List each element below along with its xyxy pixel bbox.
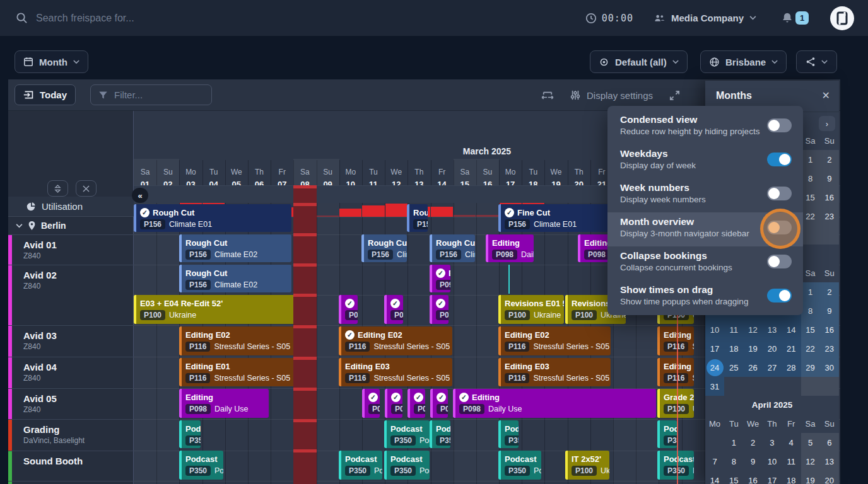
booking[interactable]: Grade 2P100Ukraine (657, 389, 694, 418)
mini-day-cell[interactable]: 2 (820, 150, 839, 169)
resource-row[interactable]: Sound Booth (8, 451, 134, 481)
mini-day-cell[interactable]: 20 (820, 471, 839, 484)
user-avatar[interactable] (830, 6, 854, 30)
booking[interactable]: ✓EditingP098Daily Use (384, 295, 403, 324)
mini-day-cell[interactable]: 16 (744, 471, 763, 484)
view-mode-dropdown[interactable]: Month (15, 50, 88, 73)
booking[interactable]: Editing E02P116Stressful Series - S05 (498, 326, 611, 355)
mini-day-cell[interactable]: 1 (724, 433, 743, 452)
mini-day-cell[interactable]: 16 (820, 320, 839, 339)
schedule-filter-dropdown[interactable]: Default (all) (590, 50, 688, 73)
booking[interactable]: Rough CutP156Climate E02 (361, 234, 407, 262)
mini-day-cell[interactable]: 13 (763, 320, 782, 339)
setting-toggle[interactable] (767, 255, 792, 268)
booking[interactable]: ✓EditingP098Daily Use (430, 265, 450, 292)
booking[interactable]: PodcastP350Podcast (430, 420, 450, 448)
setting-toggle[interactable] (767, 187, 792, 200)
mini-day-cell[interactable]: 1 (801, 150, 820, 169)
mini-day-cell[interactable]: 23 (820, 339, 839, 358)
mini-day-cell[interactable]: 9 (820, 301, 839, 320)
mini-day-cell[interactable]: 27 (763, 358, 782, 377)
mini-day-cell[interactable]: 25 (724, 358, 743, 377)
mini-day-cell[interactable]: 13 (820, 452, 839, 471)
mini-day-cell[interactable]: 31 (705, 377, 724, 396)
booking[interactable]: ✓EditingP098Daily Use (362, 389, 380, 418)
booking[interactable]: ✓EditingP098Daily Use (453, 389, 656, 418)
resource-row[interactable]: Avid 01Z840 (8, 234, 134, 265)
mini-day-cell[interactable]: 12 (744, 320, 763, 339)
mini-day-cell[interactable]: 6 (820, 433, 839, 452)
booking[interactable]: Revisions E01 52'P100Ukraine (498, 295, 564, 324)
booking[interactable]: PodcastP350Podcast (657, 451, 694, 480)
mini-day-cell[interactable]: 16 (820, 188, 839, 207)
mini-day-cell[interactable]: 18 (782, 471, 801, 484)
mini-day-cell[interactable]: 17 (705, 339, 724, 358)
resource-row[interactable]: Avid 04Z840 (8, 357, 134, 388)
setting-toggle[interactable] (767, 289, 792, 302)
mini-day-cell[interactable]: 26 (744, 358, 763, 377)
mini-day-cell[interactable]: 8 (801, 169, 820, 188)
mini-day-cell[interactable]: 22 (801, 207, 820, 226)
booking[interactable]: EditingP098Daily Use (578, 234, 612, 262)
share-dropdown[interactable] (796, 50, 837, 73)
resource-row[interactable]: Avid 02Z840 (8, 265, 134, 325)
booking[interactable]: PodcastP350Podcast (384, 420, 430, 448)
mini-day-cell[interactable]: 8 (724, 452, 743, 471)
clear-selection-button[interactable] (76, 180, 97, 197)
mini-day-cell[interactable]: 9 (820, 169, 839, 188)
mini-day-cell[interactable]: 8 (801, 301, 820, 320)
booking[interactable]: ✓EditingP098Daily Use (385, 389, 402, 418)
booking[interactable]: IT 2x52'P100Ukraine (565, 451, 609, 480)
booking[interactable]: PodcastP350Podcast (179, 420, 201, 448)
mini-day-cell[interactable]: 19 (801, 471, 820, 484)
booking[interactable]: ✓Rough CutP156Climate E01 (134, 204, 291, 232)
booking[interactable]: PodcastP350Podcast (179, 451, 223, 480)
mini-day-cell[interactable]: 15 (801, 320, 820, 339)
mini-day-cell[interactable]: 14 (705, 471, 724, 484)
mini-day-cell[interactable]: 14 (782, 320, 801, 339)
mini-day-cell[interactable]: 18 (724, 339, 743, 358)
mini-day-cell[interactable]: 11 (782, 452, 801, 471)
resource-row[interactable]: Sound StagePro Tools (8, 481, 134, 484)
resource-row[interactable]: GradingDaVinci, Baselight (8, 419, 134, 451)
mini-day-cell[interactable]: 1 (801, 282, 820, 301)
mini-day-cell[interactable]: 15 (724, 471, 743, 484)
booking[interactable]: PodcastP350Podcast (498, 420, 519, 448)
booking[interactable]: Editing E02P116Stressful Series - S05 (657, 326, 694, 355)
notification-count-badge[interactable]: 1 (795, 11, 809, 25)
mini-day-cell[interactable]: 20 (763, 339, 782, 358)
group-row-berlin[interactable]: Berlin (8, 217, 134, 234)
booking[interactable]: ✓Editing E02P116Stressful Series - S05 (339, 326, 452, 355)
booking[interactable]: ✓Fine CutP156Climate E01 (498, 204, 612, 232)
booking[interactable]: EditingP098Daily Use (179, 389, 269, 418)
mini-day-cell[interactable]: 5 (801, 433, 820, 452)
booking[interactable]: Editing E03P116Stressful Series - S05 (657, 358, 694, 386)
setting-toggle[interactable] (767, 153, 792, 166)
mini-day-cell[interactable]: 4 (782, 433, 801, 452)
mini-day-cell[interactable]: 19 (744, 339, 763, 358)
booking[interactable]: PodcastP350Podcast (498, 451, 541, 480)
mini-day-cell[interactable]: 28 (782, 358, 801, 377)
booking[interactable]: Rough CutP156Climate E02 (179, 265, 291, 292)
mini-day-cell[interactable]: 12 (801, 452, 820, 471)
mini-day-cell[interactable]: 30 (820, 358, 839, 377)
mini-day-cell[interactable]: 21 (782, 339, 801, 358)
today-button[interactable]: Today (15, 84, 76, 105)
mini-day-cell[interactable]: 7 (705, 452, 724, 471)
booking[interactable]: PodcastP350Podcast (384, 451, 430, 480)
mini-day-cell[interactable]: 22 (801, 339, 820, 358)
collapse-column-button[interactable]: « (132, 188, 148, 203)
booking[interactable]: E03 + E04 Re-Edit 52'P100Ukraine (134, 295, 317, 324)
mini-day-cell[interactable]: 9 (744, 452, 763, 471)
booking[interactable]: Rough CutP156Climate E01 (407, 204, 428, 232)
mini-day-cell[interactable]: 17 (763, 471, 782, 484)
next-months-button[interactable]: › (819, 116, 835, 131)
setting-toggle[interactable] (767, 118, 792, 132)
close-sidebar-icon[interactable]: ✕ (822, 89, 830, 101)
mini-day-cell[interactable]: 3 (763, 433, 782, 452)
mini-day-cell[interactable]: 10 (705, 320, 724, 339)
booking[interactable]: PodcastP350Podcast (339, 451, 382, 480)
fullscreen-icon[interactable] (669, 90, 680, 101)
booking[interactable]: ✓EditingP098Daily Use (430, 389, 448, 418)
resource-row[interactable]: Avid 05Z840 (8, 388, 134, 419)
